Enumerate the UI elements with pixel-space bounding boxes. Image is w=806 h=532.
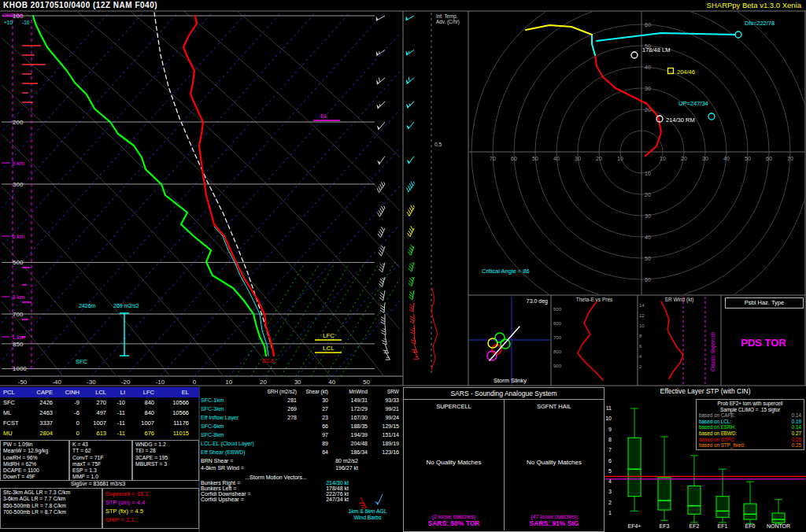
stp-legend-entry: based on STPC:0.25 xyxy=(699,437,801,443)
stp-category-label: EF3 xyxy=(660,523,670,529)
barb-tick xyxy=(380,184,383,188)
stp-category-label: EF2 xyxy=(690,523,700,529)
vector-label: Corfidi Downshear = xyxy=(201,491,251,497)
brn-shear-value: 80 m2/s2 xyxy=(335,458,358,464)
stp-legend-label: based on STP_fixed: xyxy=(699,442,745,449)
barb-half-tick xyxy=(383,264,384,265)
wind-barb xyxy=(406,50,414,55)
mixing-ratio-line xyxy=(296,262,365,376)
pressure-tick: 850 xyxy=(13,341,24,348)
thetae-panel-title: Theta-E vs Pres xyxy=(552,297,637,302)
vector-value: 222/76 kt xyxy=(326,491,349,497)
pcl-cell: 613 xyxy=(82,428,109,438)
isotherm xyxy=(0,11,213,376)
barb-tick xyxy=(409,266,412,269)
barb-tick xyxy=(382,341,386,342)
pcl-header-cell: LCL xyxy=(82,387,109,397)
dry-adiabat xyxy=(0,11,170,376)
hodo-tick: 50 xyxy=(645,256,651,261)
stp-y-tick: 3 xyxy=(608,489,612,494)
kinematics-cell: SFC-1km xyxy=(199,396,261,405)
hodo-trace xyxy=(592,35,595,55)
barb-tick xyxy=(409,183,412,187)
stp-legend-entries: based on CAPE:0.14based on LCL:0.19based… xyxy=(699,412,801,449)
barb-tick xyxy=(409,297,412,300)
thermo-stat: DownT = 49F xyxy=(3,474,66,480)
stp-y-tick: 9 xyxy=(608,427,612,432)
barb-tick xyxy=(409,292,413,295)
temp-tick: -30 xyxy=(87,379,96,386)
pcl-cell: 3337 xyxy=(24,418,55,428)
temp-tick: 30 xyxy=(294,379,301,386)
isotherm xyxy=(332,11,661,376)
barb-tick xyxy=(409,77,409,82)
advection-profile xyxy=(431,288,438,370)
barb-tick xyxy=(411,205,413,209)
hodo-tick: 10 xyxy=(645,171,651,176)
lfc-label: LFC xyxy=(323,332,335,339)
pcl-header-cell: CAPE xyxy=(24,387,55,397)
kinematics-cell: 149/31 xyxy=(330,396,369,405)
stp-legend-value: 0.14 xyxy=(792,412,801,419)
temp-advection-title-line1: Inf. Temp. xyxy=(436,13,471,19)
barb-tick xyxy=(411,340,416,342)
isotherm xyxy=(0,11,283,376)
barb-tick xyxy=(383,343,387,345)
vector-label: Bunkers Left = xyxy=(201,486,236,491)
barb-tick xyxy=(380,310,384,312)
hodo-tick: 60 xyxy=(645,277,651,283)
kinematics-row: Eff Shear (EBWD)64186/34123/16 xyxy=(199,448,403,456)
barb-tick xyxy=(410,330,414,332)
stp-category-label: EF1 xyxy=(718,523,728,529)
kinematics-cell xyxy=(261,430,298,439)
hodo-tick: 10 xyxy=(617,156,623,161)
thermo-stat: MeanW = 12.9g/kg xyxy=(3,448,66,454)
kinematics-row: SFC-3km26927172/2999/21 xyxy=(199,405,403,413)
thermo-stat: ESP = 1.3 xyxy=(72,467,129,474)
kinematics-cell: SFC-3km xyxy=(199,405,261,413)
wind-barb xyxy=(414,324,415,334)
lapse-rate-stat: 700-500mb LR = 8.7 C/km xyxy=(3,509,99,515)
el-label: EL xyxy=(320,113,328,120)
hodo-trace xyxy=(595,55,661,156)
kinematics-row: LCL-EL (Cloud Layer)89204/48189/19 xyxy=(199,439,403,448)
pcl-cell: 2463 xyxy=(24,408,55,418)
hodo-vector-label: 214/30 RM xyxy=(666,116,695,124)
stp-legend-value: 0.27 xyxy=(792,430,801,437)
barb-tick xyxy=(409,283,412,286)
hodo-tick: 60 xyxy=(766,156,772,161)
isotherm xyxy=(298,11,627,376)
pressure-tick: 500 xyxy=(13,259,24,266)
pcl-row: MU28040613-1167611015 xyxy=(0,428,199,438)
sars-hail-header: SGFNT HAIL xyxy=(537,403,571,410)
sars-title: SARS - Sounding Analogue System xyxy=(404,388,604,400)
wind-barb xyxy=(379,156,385,164)
barb-tick xyxy=(380,264,383,268)
hodo-vector-label: DN=222/78 xyxy=(745,20,775,27)
stp-legend-value: 0.19 xyxy=(792,419,801,425)
srwind-curve xyxy=(661,301,683,379)
agl-barbs-caption-line2: Wind Barbs xyxy=(334,515,401,521)
barb-half-tick xyxy=(384,182,385,184)
advection-scale-label: 0.5 xyxy=(434,142,442,147)
pcl-header-cell: LI xyxy=(109,387,128,397)
height-label: 1 km xyxy=(12,334,24,341)
omega-title: OMEGA xyxy=(2,13,23,18)
barb-tick xyxy=(409,268,412,272)
slinky-circle xyxy=(487,351,497,360)
storm-motion-vector: Corfidi Downshear =222/76 kt xyxy=(199,491,349,497)
hodo-trace xyxy=(526,25,592,35)
kinematics-cell: 189/19 xyxy=(369,439,401,448)
wind-barb xyxy=(379,122,385,130)
barb-tick xyxy=(378,212,380,216)
composite-index: STP (fix) = 4.5 xyxy=(105,507,196,515)
sars-supercell-column: SUPERCELL No Quality Matches (2 loose ma… xyxy=(404,400,504,530)
pcl-cell: 1007 xyxy=(128,418,157,428)
vector-value: 214/30 kt xyxy=(326,480,349,486)
hodo-tick: 30 xyxy=(645,86,651,91)
wind-barb xyxy=(414,334,416,344)
srwind-height-tick: 14 xyxy=(639,303,645,308)
barb-tick xyxy=(380,229,383,233)
barb-tick xyxy=(410,319,414,321)
isotherm xyxy=(0,11,179,376)
